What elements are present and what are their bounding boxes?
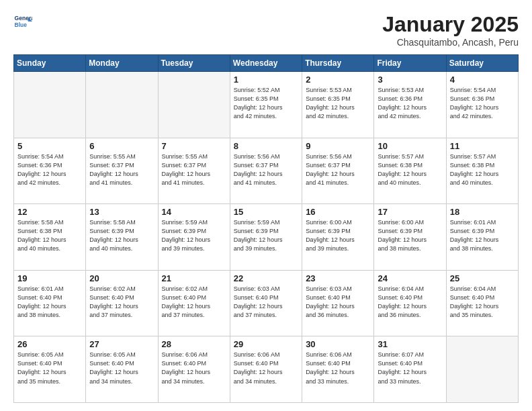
calendar-cell: 18Sunrise: 6:01 AM Sunset: 6:39 PM Dayli… <box>446 204 518 271</box>
day-info: Sunrise: 5:54 AM Sunset: 6:36 PM Dayligh… <box>17 152 82 187</box>
day-info: Sunrise: 6:06 AM Sunset: 6:40 PM Dayligh… <box>234 351 298 385</box>
logo: General Blue <box>13 12 32 31</box>
weekday-header-thursday: Thursday <box>302 55 374 72</box>
logo-icon: General Blue <box>13 12 32 31</box>
day-info: Sunrise: 5:57 AM Sunset: 6:38 PM Dayligh… <box>450 152 515 187</box>
calendar-cell: 8Sunrise: 5:56 AM Sunset: 6:37 PM Daylig… <box>230 138 302 204</box>
calendar-cell: 2Sunrise: 5:53 AM Sunset: 6:35 PM Daylig… <box>302 72 374 138</box>
day-number: 14 <box>162 207 226 217</box>
day-info: Sunrise: 5:57 AM Sunset: 6:38 PM Dayligh… <box>378 152 442 187</box>
day-info: Sunrise: 5:55 AM Sunset: 6:37 PM Dayligh… <box>162 152 226 187</box>
header: General Blue January 2025 Chasquitambo, … <box>13 12 519 48</box>
calendar-title: January 2025 <box>382 12 519 37</box>
day-info: Sunrise: 6:01 AM Sunset: 6:40 PM Dayligh… <box>17 285 82 320</box>
calendar-cell: 25Sunrise: 6:04 AM Sunset: 6:40 PM Dayli… <box>446 270 518 336</box>
day-info: Sunrise: 6:06 AM Sunset: 6:40 PM Dayligh… <box>162 351 226 385</box>
day-number: 31 <box>378 339 442 349</box>
day-info: Sunrise: 5:56 AM Sunset: 6:37 PM Dayligh… <box>306 152 370 187</box>
day-number: 5 <box>17 141 82 151</box>
calendar-cell: 19Sunrise: 6:01 AM Sunset: 6:40 PM Dayli… <box>14 270 86 336</box>
calendar-cell: 11Sunrise: 5:57 AM Sunset: 6:38 PM Dayli… <box>446 138 518 204</box>
day-number: 25 <box>450 273 515 283</box>
day-info: Sunrise: 6:00 AM Sunset: 6:39 PM Dayligh… <box>306 218 370 253</box>
calendar-cell: 9Sunrise: 5:56 AM Sunset: 6:37 PM Daylig… <box>302 138 374 204</box>
day-info: Sunrise: 6:04 AM Sunset: 6:40 PM Dayligh… <box>378 285 442 320</box>
calendar-cell: 28Sunrise: 6:06 AM Sunset: 6:40 PM Dayli… <box>158 336 230 403</box>
calendar-cell: 22Sunrise: 6:03 AM Sunset: 6:40 PM Dayli… <box>230 270 302 336</box>
calendar-cell: 26Sunrise: 6:05 AM Sunset: 6:40 PM Dayli… <box>14 336 86 403</box>
day-number: 20 <box>89 273 154 283</box>
calendar-cell: 24Sunrise: 6:04 AM Sunset: 6:40 PM Dayli… <box>374 270 446 336</box>
title-block: January 2025 Chasquitambo, Ancash, Peru <box>382 12 519 48</box>
week-row-3: 12Sunrise: 5:58 AM Sunset: 6:38 PM Dayli… <box>14 204 519 271</box>
weekday-header-tuesday: Tuesday <box>158 55 230 72</box>
day-info: Sunrise: 6:05 AM Sunset: 6:40 PM Dayligh… <box>89 351 154 385</box>
day-info: Sunrise: 6:03 AM Sunset: 6:40 PM Dayligh… <box>306 285 370 320</box>
day-number: 18 <box>450 207 515 217</box>
calendar-cell: 5Sunrise: 5:54 AM Sunset: 6:36 PM Daylig… <box>14 138 86 204</box>
calendar-cell: 3Sunrise: 5:53 AM Sunset: 6:36 PM Daylig… <box>374 72 446 138</box>
day-info: Sunrise: 6:04 AM Sunset: 6:40 PM Dayligh… <box>450 285 515 320</box>
day-info: Sunrise: 6:00 AM Sunset: 6:39 PM Dayligh… <box>378 218 442 253</box>
calendar-cell: 14Sunrise: 5:59 AM Sunset: 6:39 PM Dayli… <box>158 204 230 271</box>
day-number: 2 <box>306 75 370 85</box>
day-number: 30 <box>306 339 370 349</box>
day-number: 19 <box>17 273 82 283</box>
day-info: Sunrise: 5:58 AM Sunset: 6:39 PM Dayligh… <box>89 218 154 253</box>
day-number: 9 <box>306 141 370 151</box>
day-number: 23 <box>306 273 370 283</box>
calendar-cell: 21Sunrise: 6:02 AM Sunset: 6:40 PM Dayli… <box>158 270 230 336</box>
week-row-2: 5Sunrise: 5:54 AM Sunset: 6:36 PM Daylig… <box>14 138 519 204</box>
calendar-cell: 16Sunrise: 6:00 AM Sunset: 6:39 PM Dayli… <box>302 204 374 271</box>
calendar-subtitle: Chasquitambo, Ancash, Peru <box>382 37 519 48</box>
calendar-cell: 29Sunrise: 6:06 AM Sunset: 6:40 PM Dayli… <box>230 336 302 403</box>
calendar-cell: 31Sunrise: 6:07 AM Sunset: 6:40 PM Dayli… <box>374 336 446 403</box>
calendar-cell: 17Sunrise: 6:00 AM Sunset: 6:39 PM Dayli… <box>374 204 446 271</box>
weekday-header-saturday: Saturday <box>446 55 518 72</box>
day-number: 8 <box>234 141 298 151</box>
day-info: Sunrise: 6:01 AM Sunset: 6:39 PM Dayligh… <box>450 218 515 253</box>
day-number: 27 <box>89 339 154 349</box>
week-row-1: 1Sunrise: 5:52 AM Sunset: 6:35 PM Daylig… <box>14 72 519 138</box>
day-number: 13 <box>89 207 154 217</box>
day-number: 29 <box>234 339 298 349</box>
svg-text:Blue: Blue <box>15 21 28 28</box>
weekday-header-friday: Friday <box>374 55 446 72</box>
weekday-header-sunday: Sunday <box>14 55 86 72</box>
day-number: 1 <box>234 75 298 85</box>
calendar-cell: 23Sunrise: 6:03 AM Sunset: 6:40 PM Dayli… <box>302 270 374 336</box>
calendar-cell <box>158 72 230 138</box>
day-info: Sunrise: 5:55 AM Sunset: 6:37 PM Dayligh… <box>89 152 154 187</box>
page: General Blue January 2025 Chasquitambo, … <box>0 0 532 411</box>
day-number: 6 <box>89 141 154 151</box>
day-number: 26 <box>17 339 82 349</box>
day-number: 10 <box>378 141 442 151</box>
calendar-cell: 30Sunrise: 6:06 AM Sunset: 6:40 PM Dayli… <box>302 336 374 403</box>
calendar-cell: 6Sunrise: 5:55 AM Sunset: 6:37 PM Daylig… <box>86 138 158 204</box>
day-number: 11 <box>450 141 515 151</box>
calendar-cell <box>86 72 158 138</box>
day-info: Sunrise: 6:02 AM Sunset: 6:40 PM Dayligh… <box>162 285 226 320</box>
weekday-header-wednesday: Wednesday <box>230 55 302 72</box>
calendar-cell: 20Sunrise: 6:02 AM Sunset: 6:40 PM Dayli… <box>86 270 158 336</box>
day-info: Sunrise: 6:03 AM Sunset: 6:40 PM Dayligh… <box>234 285 298 320</box>
day-info: Sunrise: 5:58 AM Sunset: 6:38 PM Dayligh… <box>17 218 82 253</box>
day-number: 15 <box>234 207 298 217</box>
week-row-4: 19Sunrise: 6:01 AM Sunset: 6:40 PM Dayli… <box>14 270 519 336</box>
day-number: 24 <box>378 273 442 283</box>
week-row-5: 26Sunrise: 6:05 AM Sunset: 6:40 PM Dayli… <box>14 336 519 403</box>
calendar-cell: 10Sunrise: 5:57 AM Sunset: 6:38 PM Dayli… <box>374 138 446 204</box>
day-info: Sunrise: 6:02 AM Sunset: 6:40 PM Dayligh… <box>89 285 154 320</box>
day-number: 7 <box>162 141 226 151</box>
day-number: 21 <box>162 273 226 283</box>
day-number: 12 <box>17 207 82 217</box>
day-number: 16 <box>306 207 370 217</box>
calendar-cell <box>446 336 518 403</box>
weekday-header-row: SundayMondayTuesdayWednesdayThursdayFrid… <box>14 55 519 72</box>
calendar-cell <box>14 72 86 138</box>
day-info: Sunrise: 6:07 AM Sunset: 6:40 PM Dayligh… <box>378 351 442 385</box>
day-number: 28 <box>162 339 226 349</box>
day-info: Sunrise: 5:54 AM Sunset: 6:36 PM Dayligh… <box>450 86 515 121</box>
calendar-cell: 13Sunrise: 5:58 AM Sunset: 6:39 PM Dayli… <box>86 204 158 271</box>
calendar-table: SundayMondayTuesdayWednesdayThursdayFrid… <box>13 54 519 403</box>
